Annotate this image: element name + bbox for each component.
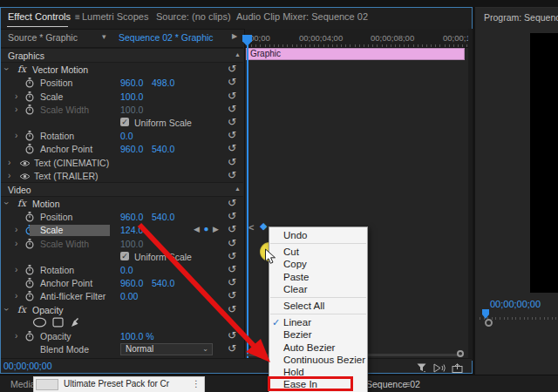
menu-item-cut[interactable]: Cut <box>269 246 367 258</box>
sequence-clip-link[interactable]: Sequence 02 * Graphic <box>119 32 214 43</box>
stopwatch-icon[interactable] <box>25 239 34 251</box>
stopwatch-icon[interactable] <box>25 78 34 90</box>
next-keyframe-icon[interactable]: ▶ <box>213 225 220 233</box>
eye-icon[interactable] <box>19 159 31 169</box>
checkbox-uniform-scale[interactable]: ✓ <box>120 118 129 126</box>
property-label[interactable]: Scale <box>30 225 110 236</box>
reset-icon[interactable]: ↺ <box>228 197 236 209</box>
keyframe-partial-icon[interactable]: < <box>248 222 254 233</box>
stopwatch-icon[interactable] <box>25 105 34 117</box>
stopwatch-icon[interactable] <box>25 291 34 303</box>
value-anchor-point-1[interactable]: 540.0 <box>152 278 174 288</box>
value-scale-0[interactable]: 100.0 <box>120 91 143 102</box>
menu-item-auto-bezier[interactable]: Auto Bezier <box>269 341 367 354</box>
collapse-icon[interactable]: › <box>2 202 11 205</box>
chevron-down-icon[interactable]: ▾ <box>102 32 106 41</box>
stopwatch-icon[interactable] <box>25 278 34 290</box>
reset-icon[interactable]: ↺ <box>228 90 236 102</box>
reset-icon[interactable]: ↺ <box>228 276 236 288</box>
program-mini-ruler[interactable] <box>480 314 558 320</box>
reset-icon[interactable]: ↺ <box>228 263 236 275</box>
project-list-item[interactable]: Ultimate Preset Pack for Cr ⋮ <box>33 376 205 392</box>
value-scale-width-0[interactable]: 100.0 <box>120 105 143 115</box>
menu-item-bezier[interactable]: Bezier <box>269 328 367 341</box>
reset-icon[interactable]: ↺ <box>228 142 236 154</box>
menu-item-linear[interactable]: ✓Linear <box>269 316 367 328</box>
graphic-clip-bar[interactable]: Graphic <box>246 48 465 60</box>
reset-icon[interactable]: ↺ <box>228 169 236 181</box>
stopwatch-icon[interactable] <box>25 265 34 277</box>
value-anchor-point-1[interactable]: 540.0 <box>152 144 174 154</box>
value-position-0[interactable]: 960.0 <box>120 212 143 222</box>
tab-audio-clip-mixer-sequence-02[interactable]: Audio Clip Mixer: Sequence 02 <box>236 11 368 22</box>
expand-icon[interactable]: › <box>15 331 17 341</box>
value-anti-flicker-filter-0[interactable]: 0.00 <box>120 291 138 301</box>
value-position-0[interactable]: 960.0 <box>120 78 143 88</box>
keyframe-navigator[interactable]: ◀ ● ▶ <box>194 224 220 233</box>
checkbox-uniform-scale[interactable]: ✓ <box>120 252 129 260</box>
keyframe-diamond-icon[interactable]: ◆ <box>260 220 267 232</box>
menu-item-clear[interactable]: Clear <box>269 283 367 295</box>
ellipse-mask-icon[interactable] <box>32 317 47 329</box>
reset-icon[interactable]: ↺ <box>228 210 236 222</box>
value-rotation-0[interactable]: 0.0 <box>120 131 133 141</box>
value-scale-0[interactable]: 124.0 <box>120 225 143 235</box>
blend-mode-dropdown[interactable]: Normal⌄ <box>120 343 213 356</box>
reset-icon[interactable]: ↺ <box>228 63 236 75</box>
stopwatch-icon[interactable] <box>25 212 34 224</box>
menu-item-continuous-bezier[interactable]: Continuous Bezier <box>269 354 367 366</box>
stopwatch-icon[interactable] <box>25 331 34 343</box>
value-anchor-point-0[interactable]: 960.0 <box>120 278 143 288</box>
program-panel-title[interactable]: Program: Sequence 02 <box>484 12 558 23</box>
expand-icon[interactable]: › <box>15 225 17 234</box>
playhead-timecode[interactable]: 00;00;00;00 <box>3 361 51 371</box>
reset-icon[interactable]: ↺ <box>228 223 236 235</box>
menu-item-select-all[interactable]: Select All <box>269 300 367 312</box>
eye-icon[interactable] <box>19 172 31 182</box>
collapse-icon[interactable]: › <box>2 68 11 71</box>
value-rotation-0[interactable]: 0.0 <box>120 265 133 275</box>
menu-item-paste[interactable]: Paste <box>269 271 367 283</box>
program-timecode[interactable]: 00;00;00;00 <box>490 299 541 309</box>
collapse-icon[interactable]: › <box>2 308 11 310</box>
reset-icon[interactable]: ↺ <box>228 116 236 128</box>
expand-icon[interactable]: › <box>8 171 10 180</box>
program-scrollbar-handle[interactable] <box>485 319 493 327</box>
expand-icon[interactable]: › <box>15 131 17 140</box>
reset-icon[interactable]: ↺ <box>228 129 236 141</box>
timeline-zoom-handle[interactable] <box>457 350 464 357</box>
value-position-1[interactable]: 498.0 <box>152 78 174 88</box>
value-anchor-point-0[interactable]: 960.0 <box>120 144 143 154</box>
pen-mask-icon[interactable] <box>70 317 81 330</box>
tab-source-no-clips[interactable]: Source: (no clips) <box>156 11 231 22</box>
show-timeline-icon[interactable]: ▶ <box>232 32 237 40</box>
reset-icon[interactable]: ↺ <box>228 289 236 301</box>
tab-lumetri-scopes[interactable]: Lumetri Scopes <box>82 11 148 22</box>
expand-icon[interactable]: › <box>15 105 17 114</box>
stopwatch-icon[interactable] <box>25 91 34 104</box>
value-scale-width-0[interactable]: 100.0 <box>120 239 143 249</box>
fx-badge-icon[interactable]: fx <box>17 198 26 208</box>
add-keyframe-icon[interactable]: ● <box>203 224 209 233</box>
expand-icon[interactable]: › <box>15 265 17 274</box>
value-opacity-0[interactable]: 100.0 % <box>120 331 154 341</box>
expand-icon[interactable]: › <box>15 239 17 248</box>
collapse-section-icon[interactable]: ▲ <box>235 186 241 192</box>
expand-icon[interactable]: › <box>8 158 10 167</box>
panel-menu-icon[interactable]: ≡ <box>75 12 80 22</box>
more-icon[interactable]: ⋮ <box>192 379 201 389</box>
timeline-panel-menu-icon[interactable]: ≡ <box>405 379 410 389</box>
timeline-ruler[interactable]: 00;0000;00;04;0000;00;08;0000;00;1 <box>245 29 469 48</box>
reset-icon[interactable]: ↺ <box>228 250 236 262</box>
tab-effect-controls[interactable]: Effect Controls≡ <box>8 11 80 22</box>
reset-icon[interactable]: ↺ <box>228 329 236 341</box>
reset-icon[interactable]: ↺ <box>228 237 236 249</box>
reset-icon[interactable]: ↺ <box>228 103 236 115</box>
prev-keyframe-icon[interactable]: ◀ <box>194 225 201 233</box>
menu-item-copy[interactable]: Copy <box>269 258 367 270</box>
collapse-section-icon[interactable]: ▲ <box>235 51 241 57</box>
tab-sequence-02[interactable]: Sequence 02 <box>366 379 420 389</box>
value-position-1[interactable]: 540.0 <box>152 212 174 222</box>
reset-icon[interactable]: ↺ <box>228 156 236 168</box>
fx-badge-icon[interactable]: fx <box>17 304 26 314</box>
